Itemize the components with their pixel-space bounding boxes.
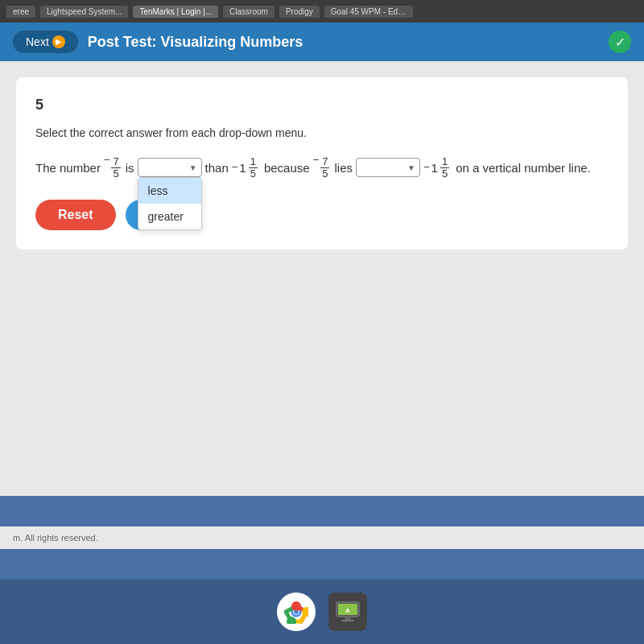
tab-lightspeed[interactable]: Lightspeed System... [40, 6, 128, 18]
sentence-than: than [205, 161, 229, 175]
header-next-button[interactable]: Next ▶ [13, 31, 78, 53]
dropdown2-select[interactable]: above below [356, 158, 420, 177]
svg-rect-9 [345, 617, 351, 620]
header-next-label: Next [26, 35, 49, 48]
tab-prodigy[interactable]: Prodigy [279, 6, 320, 18]
mixed-fraction-neg-1-1-5-b: − 1 1 5 [423, 156, 452, 180]
chrome-taskbar-icon[interactable] [277, 592, 316, 631]
reset-button[interactable]: Reset [35, 200, 116, 230]
sentence-intro: The number [35, 161, 101, 175]
footer-copyright: m. All rights reserved. [13, 533, 98, 543]
tab-eree[interactable]: eree [6, 6, 35, 18]
browser-tabs-bar: eree Lightspeed System... TenMarks | Log… [0, 0, 644, 23]
sentence-lies: lies [334, 161, 353, 175]
footer: m. All rights reserved. [0, 526, 644, 549]
monitor-taskbar-icon[interactable]: A [328, 592, 367, 631]
sentence-is: is [126, 161, 134, 175]
mixed-fraction-neg-1-1-5-a: − 1 1 5 [232, 156, 261, 180]
svg-point-4 [291, 601, 301, 611]
app-header: Next ▶ Post Test: Visualizing Numbers ✓ [0, 23, 644, 61]
dropdown1-option-greater[interactable]: greater [138, 204, 201, 229]
header-next-arrow-icon: ▶ [52, 35, 65, 48]
dropdown1-container: less greater ▼ less greater [138, 158, 202, 177]
tab-tenmarks[interactable]: TenMarks | Login |... [133, 6, 218, 18]
question-sentence: The number − 7 5 is less greater ▼ [35, 155, 609, 180]
dropdown1-menu: less greater [138, 177, 202, 230]
main-content: 5 Select the correct answer from each dr… [0, 61, 644, 496]
fraction-neg-7-5-b: − 7 5 [313, 155, 332, 180]
dropdown1-select[interactable]: less greater [138, 158, 202, 177]
dropdown2-container: above below ▼ [356, 158, 420, 177]
svg-rect-10 [341, 620, 354, 621]
sentence-because: because [264, 161, 310, 175]
dropdown1-option-less[interactable]: less [138, 178, 201, 204]
fraction-neg-7-5: − 7 5 [104, 155, 122, 180]
page-title: Post Test: Visualizing Numbers [88, 34, 303, 51]
question-number: 5 [35, 97, 609, 114]
question-card: 5 Select the correct answer from each dr… [16, 77, 628, 250]
tab-classroom[interactable]: Classroom [223, 6, 275, 18]
header-check-icon: ✓ [609, 31, 631, 53]
svg-text:A: A [345, 607, 350, 614]
buttons-row: Reset Next [35, 200, 609, 230]
tab-goal[interactable]: Goal 45 WPM - EdC... [324, 6, 413, 18]
question-instruction: Select the correct answer from each drop… [35, 126, 609, 139]
sentence-on-vertical: on a vertical number line. [456, 161, 591, 175]
taskbar: A [0, 580, 644, 644]
